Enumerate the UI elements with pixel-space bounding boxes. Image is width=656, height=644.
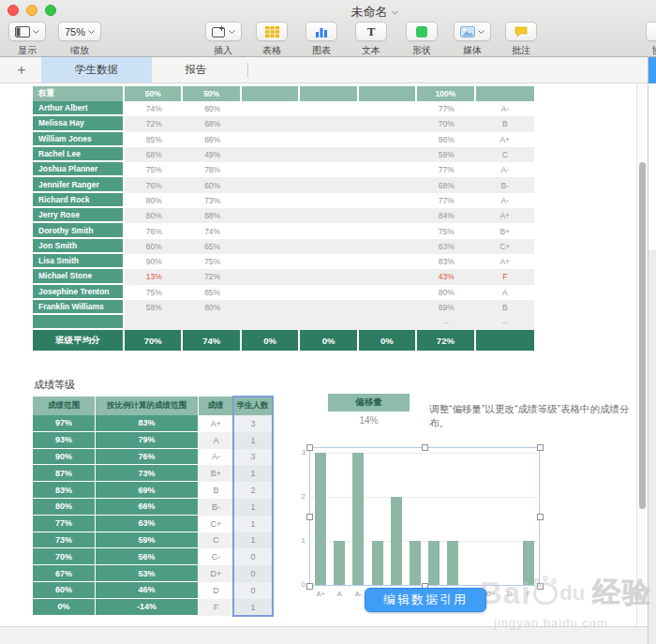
footer-cell[interactable] — [476, 330, 534, 351]
total-cell[interactable]: 77% — [417, 162, 475, 177]
total-cell[interactable]: 69% — [417, 300, 475, 315]
student-count-cell[interactable]: 0 — [233, 548, 273, 565]
edit-data-reference-button[interactable]: 编辑数据引用 — [365, 588, 486, 612]
range-cell[interactable]: 70% — [33, 548, 96, 565]
range-cell[interactable]: 90% — [33, 449, 96, 466]
student-name-cell[interactable]: Jennifer Ranger — [33, 177, 125, 192]
student-name-cell[interactable]: Melissa Hay — [33, 116, 125, 131]
total-cell[interactable]: -- — [417, 315, 475, 330]
score-cell[interactable] — [242, 162, 300, 177]
footer-cell[interactable]: 74% — [183, 330, 241, 351]
total-cell[interactable]: 80% — [417, 285, 475, 300]
header-cell[interactable]: 按比例计算的成绩范围 — [96, 397, 199, 415]
score-cell[interactable]: 58% — [125, 300, 183, 315]
student-name-cell[interactable]: Lisa Smith — [33, 254, 125, 269]
selection-handle[interactable] — [306, 444, 313, 451]
score-cell[interactable] — [300, 254, 358, 269]
footer-cell[interactable]: 72% — [417, 330, 475, 351]
scaled-range-cell[interactable]: 59% — [96, 532, 199, 549]
score-cell[interactable] — [359, 208, 417, 223]
score-cell[interactable]: 49% — [183, 147, 241, 162]
score-cell[interactable] — [359, 239, 417, 254]
score-cell[interactable]: 68% — [183, 116, 241, 131]
footer-cell[interactable]: 0% — [359, 330, 417, 351]
header-cell[interactable]: 成绩范围 — [33, 397, 96, 415]
scaled-range-cell[interactable]: 73% — [96, 465, 199, 482]
tab-student-data[interactable]: 学生数据 — [41, 57, 152, 82]
score-cell[interactable] — [359, 147, 417, 162]
grade-cell[interactable]: A- — [476, 101, 534, 116]
score-cell[interactable] — [300, 162, 358, 177]
grade-cell[interactable]: B — [199, 482, 233, 499]
zoom-window-button[interactable] — [45, 5, 56, 16]
total-cell[interactable]: 77% — [417, 193, 475, 208]
grade-cell[interactable]: -- — [476, 315, 534, 330]
student-count-cell[interactable]: 1 — [233, 499, 273, 516]
selection-handle[interactable] — [537, 444, 544, 451]
scaled-range-cell[interactable]: 79% — [96, 432, 199, 449]
total-cell[interactable]: 68% — [417, 177, 475, 192]
student-name-cell[interactable] — [33, 315, 125, 330]
student-count-cell[interactable]: 1 — [233, 432, 273, 449]
student-count-cell[interactable]: 1 — [233, 516, 273, 532]
student-name-cell[interactable]: Joshua Planner — [33, 162, 125, 177]
score-cell[interactable] — [300, 193, 358, 208]
toolbar-button-zoom[interactable]: 75% 缩放 — [52, 22, 107, 57]
score-cell[interactable] — [300, 223, 358, 238]
score-cell[interactable] — [300, 300, 358, 315]
grade-cell[interactable]: C- — [199, 548, 233, 565]
student-name-cell[interactable]: Michael Stone — [33, 269, 125, 284]
score-cell[interactable]: 78% — [183, 162, 241, 177]
score-cell[interactable] — [359, 223, 417, 238]
score-cell[interactable] — [359, 269, 417, 284]
student-count-cell[interactable]: 3 — [233, 415, 273, 432]
scaled-range-cell[interactable]: 63% — [96, 516, 199, 532]
score-cell[interactable]: 80% — [183, 300, 241, 315]
score-cell[interactable] — [359, 315, 417, 330]
grade-cell[interactable]: B- — [199, 499, 233, 516]
score-cell[interactable] — [300, 132, 358, 147]
offset-value-cell[interactable]: 14% — [328, 415, 410, 426]
grade-cell[interactable]: B- — [476, 177, 534, 192]
grade-cell[interactable]: A- — [476, 162, 534, 177]
range-cell[interactable]: 77% — [33, 516, 96, 532]
score-cell[interactable] — [242, 254, 300, 269]
header-cell[interactable] — [300, 86, 358, 101]
footer-cell[interactable]: 0% — [300, 330, 358, 351]
toolbar-button-shape[interactable]: 形状 — [401, 22, 442, 57]
scaled-range-cell[interactable]: 76% — [96, 449, 199, 466]
total-cell[interactable]: 86% — [417, 132, 475, 147]
score-cell[interactable]: 90% — [125, 254, 183, 269]
student-name-cell[interactable]: Jerry Rose — [33, 208, 125, 223]
score-cell[interactable] — [242, 269, 300, 284]
vertical-scrollbar-thumb[interactable] — [639, 162, 646, 509]
header-cell[interactable]: 50% — [125, 86, 183, 101]
score-cell[interactable] — [242, 116, 300, 131]
total-cell[interactable]: 63% — [417, 239, 475, 254]
grade-cell[interactable]: B+ — [476, 223, 534, 238]
student-count-cell[interactable]: 1 — [233, 599, 273, 616]
selection-handle[interactable] — [306, 514, 313, 520]
range-cell[interactable]: 97% — [33, 415, 96, 432]
score-cell[interactable]: 72% — [125, 116, 183, 131]
score-cell[interactable] — [359, 285, 417, 300]
score-cell[interactable]: 88% — [183, 208, 241, 223]
score-cell[interactable] — [242, 193, 300, 208]
score-cell[interactable] — [242, 147, 300, 162]
header-cell[interactable]: 成绩 — [199, 397, 233, 415]
grade-cell[interactable]: C+ — [476, 239, 534, 254]
grade-cell[interactable]: A+ — [476, 254, 534, 269]
score-cell[interactable]: 75% — [125, 285, 183, 300]
header-cell[interactable]: 学生人数 — [233, 397, 273, 415]
grade-cell[interactable]: C+ — [199, 516, 233, 532]
toolbar-button-table[interactable]: 表格 — [252, 22, 291, 57]
student-count-cell[interactable]: 0 — [233, 565, 273, 582]
footer-label-cell[interactable]: 班级平均分 — [33, 330, 125, 351]
grade-cell[interactable]: A — [199, 432, 233, 449]
scaled-range-cell[interactable]: 56% — [96, 548, 199, 565]
total-cell[interactable]: 43% — [417, 269, 475, 284]
score-cell[interactable] — [242, 208, 300, 223]
score-cell[interactable]: 73% — [183, 193, 241, 208]
grade-cell[interactable]: C — [199, 532, 233, 549]
grade-cell[interactable]: F — [476, 269, 534, 284]
